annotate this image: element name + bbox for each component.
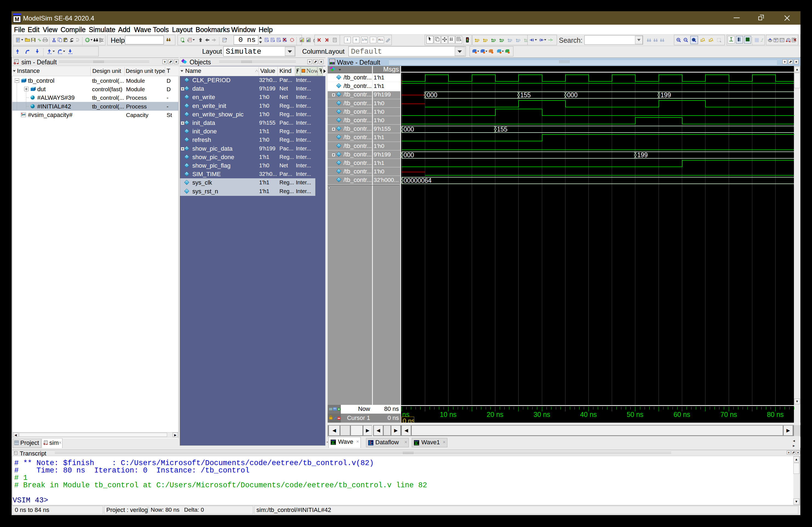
svg-text:?: ? [775,39,777,42]
